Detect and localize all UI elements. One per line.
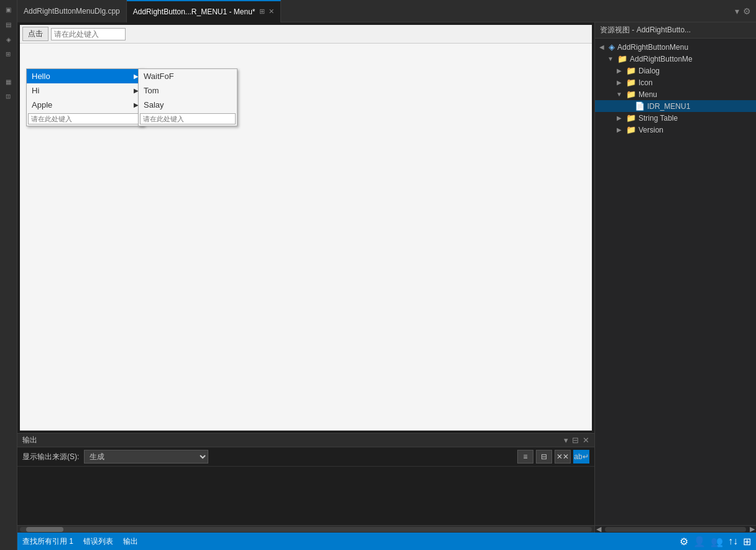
menu-item-apple-label: Apple [32,100,52,110]
tree-toggle-menu[interactable]: ▼ [615,91,624,98]
scroll-left-btn[interactable]: ◀ [595,525,602,533]
sidebar-icon-1[interactable]: ▣ [2,2,16,16]
click-button[interactable]: 点击 [22,27,48,41]
sub-menu-item-salay-label: Salay [144,100,164,110]
status-item-error-list[interactable]: 错误列表 [83,536,113,547]
tree-label-resource: AddRightButtonMe [630,55,693,63]
tree-item-project-root[interactable]: ◀ ◈ AddRightButtonMenu [595,41,756,53]
status-bar: 查找所有引用 1 错误列表 输出 ⚙ 👤 👥 ↑↓ ⊞ [17,533,756,550]
scrollbar-track [20,527,592,532]
tab-dropdown-btn[interactable]: ▾ [735,6,739,16]
tree-label-menu: Menu [638,90,657,99]
tab-menu-close[interactable]: ✕ [269,7,274,16]
bottom-panel-pin-btn[interactable]: ⊟ [572,436,579,445]
tree-label-project: AddRightButtonMenu [617,43,688,52]
tree-item-version[interactable]: ▶ 📁 Version [595,124,756,136]
output-options: 显示输出来源(S): 生成 ≡ ⊟ ✕✕ ab↵ [17,447,594,467]
menu-bottom-input-1[interactable] [28,113,142,124]
bottom-panel-title: 输出 [22,435,37,445]
bottom-panel-dropdown-btn[interactable]: ▾ [564,436,568,445]
status-item-output[interactable]: 输出 [123,536,138,547]
tree-item-menu-folder[interactable]: ▼ 📁 Menu [595,88,756,100]
tree-label-string-table: String Table [638,114,678,123]
bottom-panel: 输出 ▾ ⊟ ✕ 显示输出来源(S): 生成 ≡ ⊟ ✕✕ [17,433,594,533]
sidebar-icon-3[interactable]: ◈ [2,32,16,46]
tree-toggle-string-table[interactable]: ▶ [615,114,624,121]
menu-item-apple[interactable]: Apple ▶ [27,98,144,112]
menu-designer: 点击 Hello ▶ Hi ▶ [20,25,592,431]
sub-menu-item-tom-label: Tom [144,86,159,95]
tree-toggle-resource[interactable]: ▼ [606,55,615,62]
right-panel: 资源视图 - AddRightButto... ◀ ◈ AddRightButt… [594,22,756,533]
tab-menu[interactable]: AddRightButton...R_MENU1 - Menu* ⊞ ✕ [127,0,281,22]
tab-bar: AddRightButtonMenuDlg.cpp AddRightButton… [17,0,756,22]
tree-label-dialog: Dialog [638,67,660,75]
sidebar-icon-4[interactable]: ⊞ [2,47,16,61]
sub-menu-item-waitfof-label: WaitFoF [144,72,174,81]
version-folder-icon: 📁 [626,125,636,134]
tree-label-icon: Icon [638,78,653,87]
resource-view-header: 资源视图 - AddRightButto... [595,22,756,39]
status-icon-user[interactable]: 👤 [693,536,706,548]
output-icon-btn-4[interactable]: ab↵ [573,450,589,464]
tree-item-resource[interactable]: ▼ 📁 AddRightButtonMe [595,53,756,65]
sub-menu-item-salay[interactable]: Salay [139,98,237,112]
menu-toolbar-input[interactable] [51,28,126,40]
sub-menu-item-waitfof[interactable]: WaitFoF [139,69,237,83]
tab-actions: ▾ ⚙ [735,6,756,16]
status-icon-sync[interactable]: ↑↓ [728,536,738,547]
tree-item-string-table[interactable]: ▶ 📁 String Table [595,112,756,124]
bottom-panel-header: 输出 ▾ ⊟ ✕ [17,434,594,447]
output-icon-btn-1[interactable]: ≡ [517,450,533,464]
output-toolbar-icons: ≡ ⊟ ✕✕ ab↵ [517,450,589,464]
output-icon-btn-2[interactable]: ⊟ [536,450,552,464]
status-icons: ⚙ 👤 👥 ↑↓ ⊞ [680,536,751,548]
status-icon-grid[interactable]: ⊞ [743,536,751,548]
menu-item-hello-label: Hello [32,72,50,81]
tree-toggle-dialog[interactable]: ▶ [615,67,624,74]
tree-view: ◀ ◈ AddRightButtonMenu ▼ 📁 AddRightButto… [595,39,756,525]
tree-toggle-version[interactable]: ▶ [615,126,624,133]
sub-menu-bottom-input[interactable] [140,113,236,124]
tree-toggle-idr [624,103,632,110]
sidebar-icon-5[interactable]: ▦ [2,75,16,88]
scroll-right-btn[interactable]: ▶ [749,525,756,533]
tree-item-icon-folder[interactable]: ▶ 📁 Icon [595,77,756,88]
tree-item-dialog[interactable]: ▶ 📁 Dialog [595,65,756,77]
tree-item-idr-menu1[interactable]: 📄 IDR_MENU1 [595,100,756,112]
output-source-select[interactable]: 生成 [84,450,208,464]
right-panel-bottom: ◀ ▶ [595,525,756,533]
tab-gear-btn[interactable]: ⚙ [743,6,751,16]
status-icon-users[interactable]: 👥 [711,536,723,548]
sub-menu-item-tom[interactable]: Tom [139,83,237,98]
sub-menu: WaitFoF Tom Salay [138,68,237,126]
scrollbar-thumb[interactable] [26,527,63,532]
project-icon: ◈ [609,42,615,52]
h-scrollbar[interactable] [17,525,594,533]
tab-cpp[interactable]: AddRightButtonMenuDlg.cpp [17,0,127,22]
sidebar-icon-6[interactable]: ⊟ [2,90,16,103]
right-scrollbar-track[interactable] [605,527,746,532]
editor-pane: 点击 Hello ▶ Hi ▶ [17,22,594,533]
menu-folder-icon: 📁 [626,90,636,99]
main-container: AddRightButtonMenuDlg.cpp AddRightButton… [17,0,756,550]
status-icon-gear[interactable]: ⚙ [680,536,688,548]
menu-items-area: Hello ▶ Hi ▶ Apple ▶ [20,44,592,424]
dialog-folder-icon: 📁 [626,66,636,75]
status-item-find-refs[interactable]: 查找所有引用 1 [22,536,73,547]
tree-toggle-icon[interactable]: ▶ [615,79,624,86]
bottom-panel-close-btn[interactable]: ✕ [583,436,589,445]
tree-toggle-root[interactable]: ◀ [597,44,606,50]
file-icon-menu: 📄 [635,101,645,111]
menu-item-hi[interactable]: Hi ▶ [27,83,144,98]
output-source-label: 显示输出来源(S): [22,452,79,462]
menu-item-hello[interactable]: Hello ▶ [27,69,144,83]
tab-cpp-label: AddRightButtonMenuDlg.cpp [24,7,120,16]
sidebar-icon-2[interactable]: ▤ [2,17,16,31]
string-table-folder-icon: 📁 [626,113,636,123]
resource-folder-icon: 📁 [617,54,627,63]
tab-menu-pin[interactable]: ⊞ [259,7,265,16]
output-icon-btn-3[interactable]: ✕✕ [555,450,571,464]
icon-folder-icon: 📁 [626,78,636,87]
menu-toolbar: 点击 [20,25,592,44]
